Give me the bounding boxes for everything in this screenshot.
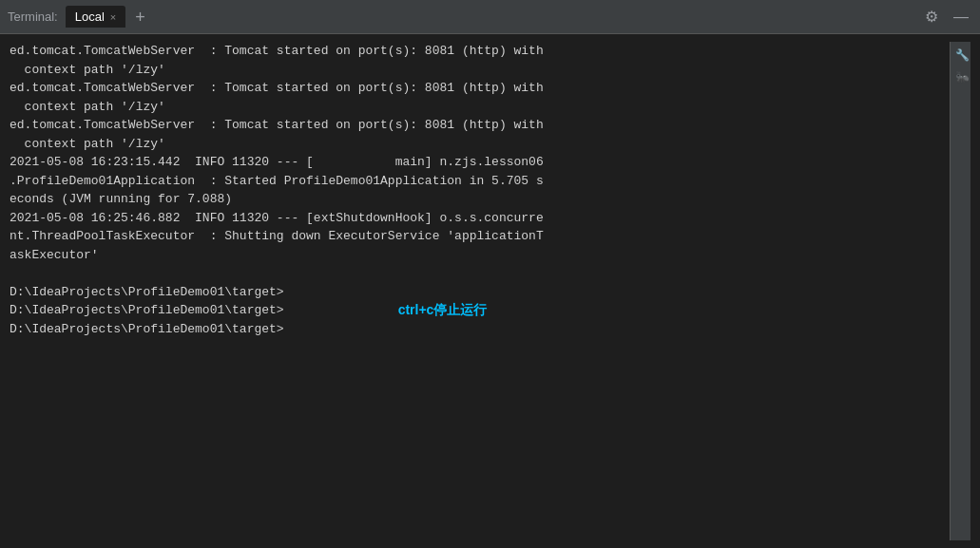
- minimize-icon[interactable]: —: [950, 7, 972, 28]
- ctrl-c-annotation: ctrl+c停止运行: [398, 300, 488, 320]
- terminal-window: Terminal: Local × + ⚙ — ed.tomcat.Tomcat…: [0, 0, 980, 548]
- terminal-line-8: D:\IdeaProjects\ProfileDemo01\target>: [10, 301, 284, 320]
- tab-bar: Terminal: Local × + ⚙ —: [0, 0, 980, 34]
- tab-close-icon[interactable]: ×: [110, 11, 116, 23]
- terminal-prompt-group: D:\IdeaProjects\ProfileDemo01\target> D:…: [10, 283, 284, 339]
- terminal-main[interactable]: ed.tomcat.TomcatWebServer : Tomcat start…: [10, 42, 950, 540]
- terminal-line-1: ed.tomcat.TomcatWebServer : Tomcat start…: [10, 42, 950, 79]
- tab-add-button[interactable]: +: [129, 9, 151, 26]
- tab-actions: ⚙ —: [921, 6, 972, 28]
- prompt-annotation-row: D:\IdeaProjects\ProfileDemo01\target> D:…: [10, 283, 950, 339]
- terminal-line-9: D:\IdeaProjects\ProfileDemo01\target>: [10, 320, 284, 339]
- terminal-line-5: 2021-05-08 16:25:46.882 INFO 11320 --- […: [10, 209, 950, 265]
- terminal-label: Terminal:: [8, 9, 58, 24]
- tab-local-label: Local: [75, 9, 105, 24]
- terminal-line-2: ed.tomcat.TomcatWebServer : Tomcat start…: [10, 79, 950, 116]
- settings-sidebar-icon[interactable]: 🔧: [952, 47, 970, 62]
- terminal-line-3: ed.tomcat.TomcatWebServer : Tomcat start…: [10, 116, 950, 153]
- terminal-content: ed.tomcat.TomcatWebServer : Tomcat start…: [0, 34, 980, 548]
- terminal-line-7: D:\IdeaProjects\ProfileDemo01\target>: [10, 283, 284, 302]
- ant-sidebar-icon[interactable]: 🐜: [952, 69, 970, 84]
- terminal-line-6: [10, 264, 950, 283]
- right-sidebar: 🔧 🐜: [950, 42, 970, 540]
- settings-icon[interactable]: ⚙: [921, 6, 942, 28]
- terminal-line-4: 2021-05-08 16:23:15.442 INFO 11320 --- […: [10, 153, 950, 209]
- tab-local[interactable]: Local ×: [66, 6, 126, 28]
